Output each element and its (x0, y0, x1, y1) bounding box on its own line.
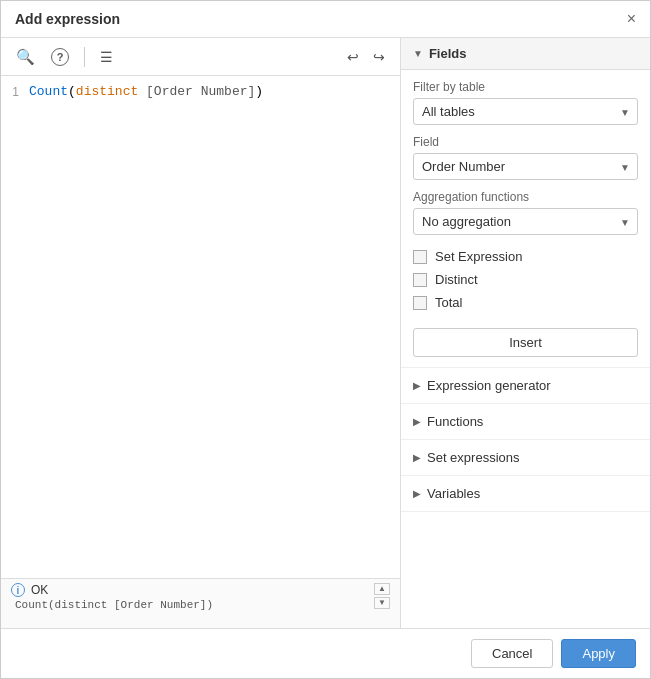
help-button[interactable]: ? (46, 44, 74, 69)
status-bar: i OK Count(distinct [Order Number]) ▲ ▼ (1, 578, 400, 628)
set-expression-item: Set Expression (413, 245, 638, 268)
variables-chevron: ▶ (413, 488, 421, 499)
aggregation-label: Aggregation functions (413, 190, 638, 204)
undo-button[interactable]: ↩ (342, 45, 364, 68)
total-checkbox[interactable] (413, 296, 427, 310)
set-expressions-header[interactable]: ▶ Set expressions (401, 440, 650, 475)
set-expressions-chevron: ▶ (413, 452, 421, 463)
functions-header[interactable]: ▶ Functions (401, 404, 650, 439)
code-function: Count (29, 84, 68, 99)
status-ok-row: i OK (11, 583, 213, 597)
scroll-up-button[interactable]: ▲ (374, 583, 390, 595)
distinct-item: Distinct (413, 268, 638, 291)
aggregation-select[interactable]: No aggregation (413, 208, 638, 235)
dialog-footer: Cancel Apply (1, 628, 650, 678)
cancel-button[interactable]: Cancel (471, 639, 553, 668)
set-expressions-label: Set expressions (427, 450, 520, 465)
set-expression-label: Set Expression (435, 249, 522, 264)
code-paren-close: ) (255, 84, 263, 99)
scroll-down-button[interactable]: ▼ (374, 597, 390, 609)
dialog-title: Add expression (15, 11, 120, 27)
code-keyword: distinct (76, 84, 138, 99)
variables-header[interactable]: ▶ Variables (401, 476, 650, 511)
undo-icon: ↩ (347, 49, 359, 65)
code-space (138, 84, 146, 99)
code-content: Count(distinct [Order Number]) (29, 84, 392, 570)
variables-section: ▶ Variables (401, 476, 650, 512)
doc-button[interactable]: ☰ (95, 45, 118, 68)
total-item: Total (413, 291, 638, 314)
filter-table-wrapper: All tables ▼ (413, 98, 638, 125)
doc-icon: ☰ (100, 49, 113, 65)
toolbar: 🔍 ? ☰ ↩ ↪ (1, 38, 400, 76)
filter-table-select[interactable]: All tables (413, 98, 638, 125)
set-expression-checkbox[interactable] (413, 250, 427, 264)
field-select[interactable]: Order Number (413, 153, 638, 180)
line-number: 1 (9, 84, 29, 570)
expression-generator-section: ▶ Expression generator (401, 368, 650, 404)
undo-redo-group: ↩ ↪ (342, 45, 390, 68)
expression-generator-header[interactable]: ▶ Expression generator (401, 368, 650, 403)
editor-area[interactable]: 1 Count(distinct [Order Number]) (1, 76, 400, 578)
fields-section-label: Fields (429, 46, 467, 61)
right-panel: ▼ Fields Filter by table All tables ▼ Fi… (401, 38, 650, 628)
distinct-checkbox[interactable] (413, 273, 427, 287)
set-expressions-section: ▶ Set expressions (401, 440, 650, 476)
code-paren-open: ( (68, 84, 76, 99)
status-expression: Count(distinct [Order Number]) (11, 599, 213, 611)
fields-section-header[interactable]: ▼ Fields (401, 38, 650, 70)
distinct-label: Distinct (435, 272, 478, 287)
dialog-header: Add expression × (1, 1, 650, 38)
code-field: [Order Number] (146, 84, 255, 99)
checkbox-group: Set Expression Distinct Total (413, 245, 638, 314)
fields-chevron-down: ▼ (413, 48, 423, 59)
redo-button[interactable]: ↪ (368, 45, 390, 68)
search-button[interactable]: 🔍 (11, 45, 40, 69)
aggregation-wrapper: No aggregation ▼ (413, 208, 638, 235)
functions-label: Functions (427, 414, 483, 429)
expression-generator-chevron: ▶ (413, 380, 421, 391)
status-icon: i (11, 583, 25, 597)
filter-table-label: Filter by table (413, 80, 638, 94)
close-button[interactable]: × (627, 11, 636, 27)
left-panel: 🔍 ? ☰ ↩ ↪ 1 (1, 38, 401, 628)
toolbar-separator (84, 47, 85, 67)
insert-button[interactable]: Insert (413, 328, 638, 357)
expression-generator-label: Expression generator (427, 378, 551, 393)
fields-content: Filter by table All tables ▼ Field Order… (401, 70, 650, 368)
apply-button[interactable]: Apply (561, 639, 636, 668)
field-label: Field (413, 135, 638, 149)
help-icon: ? (51, 48, 69, 66)
dialog-body: 🔍 ? ☰ ↩ ↪ 1 (1, 38, 650, 628)
functions-chevron: ▶ (413, 416, 421, 427)
functions-section: ▶ Functions (401, 404, 650, 440)
search-icon: 🔍 (16, 48, 35, 65)
field-select-wrapper: Order Number ▼ (413, 153, 638, 180)
add-expression-dialog: Add expression × 🔍 ? ☰ ↩ (0, 0, 651, 679)
status-text: OK (31, 583, 48, 597)
redo-icon: ↪ (373, 49, 385, 65)
total-label: Total (435, 295, 462, 310)
variables-label: Variables (427, 486, 480, 501)
